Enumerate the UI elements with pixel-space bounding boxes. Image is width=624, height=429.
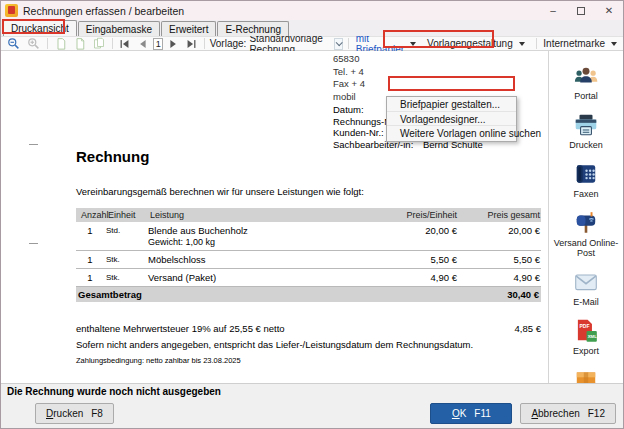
minimize-button[interactable]: – — [539, 2, 567, 20]
tab-erweitert[interactable]: Erweitert — [161, 21, 216, 36]
invoice-total-row: Gesamtbetrag 30,40 € — [76, 287, 541, 302]
single-page-view-button[interactable] — [53, 37, 69, 51]
window-title: Rechnungen erfassen / bearbeiten — [23, 5, 184, 17]
vorlage-label: Vorlage: — [210, 38, 247, 49]
tab-druckansicht[interactable]: Druckansicht — [3, 20, 77, 36]
drucken-button[interactable]: DruckenF8 — [35, 403, 114, 424]
sidebar-item-export[interactable]: PDF XML Export — [553, 318, 619, 356]
table-row: 1 Std. Blende aus BuchenholzGewicht: 1,0… — [76, 222, 541, 251]
invoice-heading: Rechnung — [76, 148, 149, 165]
payment-terms: Zahlungsbedingung: netto zahlbar bis 23.… — [76, 356, 241, 365]
delivery-note: Sofern nicht anders angegeben, entsprich… — [76, 339, 473, 350]
sidebar-item-portal[interactable]: Portal — [553, 63, 619, 101]
menu-item-briefpapier-gestalten[interactable]: Briefpapier gestalten... — [387, 97, 516, 112]
mit-briefpapier-button[interactable]: mit Briefpapier — [354, 37, 418, 51]
zoom-in-button[interactable] — [25, 37, 42, 51]
app-icon — [5, 4, 18, 17]
invoice-table: Anzahl Einheit Leistung Preis/Einheit Pr… — [76, 208, 541, 302]
caret-down-icon — [611, 42, 617, 46]
chevron-down-icon — [336, 39, 343, 46]
status-bar: Die Rechnung wurde noch nicht ausgegeben — [1, 383, 623, 398]
main-area: 65830 Tel. + 4 Fax + 4 mobil Datum:13.08… — [1, 51, 623, 383]
ok-button[interactable]: OKF11 — [430, 403, 512, 424]
preview-toolbar: 1 Vorlage: Standardvorlage Rechnung mit … — [1, 36, 623, 51]
zoom-out-icon — [7, 37, 20, 50]
portal-icon — [573, 63, 599, 89]
printer-icon — [573, 112, 599, 138]
svg-text:PDF: PDF — [580, 323, 590, 329]
footer-bar: DruckenF8 OKF11 AbbrechenF12 — [1, 398, 623, 428]
invoice-intro: Vereinbarungsgemäß berechnen wir für uns… — [76, 186, 364, 197]
multi-page-view-button[interactable] — [91, 37, 107, 51]
fax-icon — [573, 161, 599, 187]
sidebar-item-email[interactable]: E-Mail — [553, 269, 619, 307]
first-page-button[interactable] — [117, 37, 132, 51]
sidebar-item-paket[interactable] — [553, 367, 619, 383]
menu-item-weitere-vorlagen[interactable]: Weitere Vorlagen online suchen — [387, 126, 516, 141]
vat-amount: 4,85 € — [515, 323, 541, 334]
mailbox-icon — [573, 210, 599, 236]
envelope-icon — [573, 269, 599, 295]
caret-down-icon — [410, 42, 416, 46]
menu-item-vorlagendesigner[interactable]: Vorlagendesigner... — [387, 112, 516, 127]
page-fit-view-button[interactable] — [72, 37, 88, 51]
total-amount: 30,40 € — [507, 289, 539, 300]
maximize-icon — [577, 7, 585, 15]
zoom-out-button[interactable] — [5, 37, 22, 51]
tab-bar: Druckansicht Eingabemaske Erweitert E-Re… — [1, 20, 623, 36]
tab-eingabemaske[interactable]: Eingabemaske — [78, 21, 160, 36]
fold-mark — [29, 144, 38, 145]
zoom-in-icon — [27, 37, 40, 50]
page-fit-icon — [74, 37, 86, 50]
title-bar: Rechnungen erfassen / bearbeiten – ✕ — [1, 1, 623, 20]
vat-line: enthaltene Mehrwertsteuer 19% auf 25,55 … — [76, 323, 541, 334]
dialog-window: Rechnungen erfassen / bearbeiten – ✕ Dru… — [0, 0, 624, 429]
table-row: 1 Stk. Versand (Paket) 4,90 € 4,90 € — [76, 269, 541, 287]
page-number-input[interactable]: 1 — [153, 38, 163, 50]
export-pdf-xml-icon: PDF XML — [573, 318, 599, 344]
fold-mark — [29, 243, 38, 244]
last-page-button[interactable] — [184, 37, 199, 51]
internetmarke-button[interactable]: Internetmarke — [541, 37, 619, 51]
multi-page-icon — [93, 37, 105, 50]
vorlagengestaltung-button[interactable]: Vorlagengestaltung — [425, 37, 527, 51]
next-page-button[interactable] — [166, 37, 181, 51]
caret-down-icon — [519, 42, 525, 46]
table-header: Anzahl Einheit Leistung Preis/Einheit Pr… — [76, 208, 541, 222]
tab-e-rechnung[interactable]: E-Rechnung — [217, 21, 289, 36]
vorlage-dropdown-button[interactable] — [334, 38, 343, 50]
sidebar-item-faxen[interactable]: Faxen — [553, 161, 619, 199]
status-message: Die Rechnung wurde noch nicht ausgegeben — [7, 386, 221, 397]
action-sidebar: Portal Drucken Faxen — [549, 51, 623, 383]
abbrechen-button[interactable]: AbbrechenF12 — [520, 403, 616, 424]
sidebar-item-drucken[interactable]: Drucken — [553, 112, 619, 150]
maximize-button[interactable] — [567, 2, 595, 20]
package-icon — [573, 367, 599, 383]
sidebar-item-versand-online-post[interactable]: Versand Online-Post — [553, 210, 619, 258]
sender-block: 65830 Tel. + 4 Fax + 4 mobil — [333, 53, 365, 103]
previous-page-button[interactable] — [135, 37, 150, 51]
table-row: 1 Stk. Möbelschloss 5,50 € 5,50 € — [76, 251, 541, 269]
single-page-icon — [55, 37, 67, 50]
svg-text:XML: XML — [588, 334, 597, 339]
vorlagengestaltung-menu: Briefpapier gestalten... Vorlagendesigne… — [386, 96, 517, 142]
close-button[interactable]: ✕ — [595, 2, 623, 20]
